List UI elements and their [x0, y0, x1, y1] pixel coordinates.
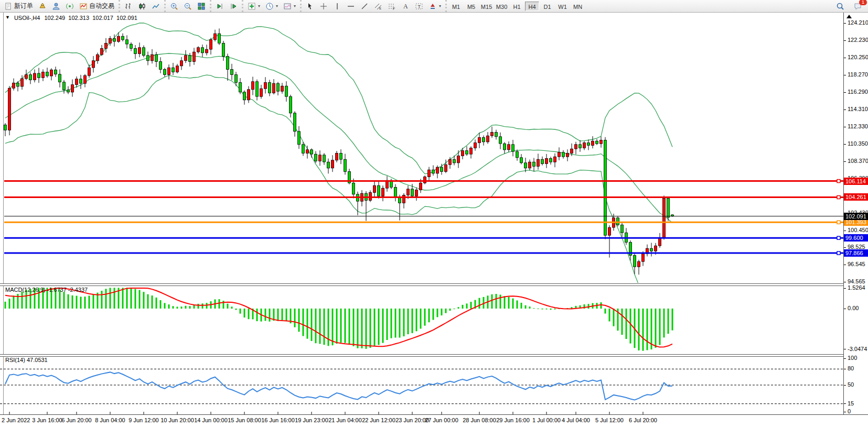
- text-button[interactable]: A: [399, 1, 412, 12]
- price-axis-label: 122.230: [848, 37, 868, 43]
- new-order-button[interactable]: 新订单: [2, 1, 35, 12]
- axis-tick: [844, 288, 846, 289]
- price-axis[interactable]: 124.210122.230120.250118.270116.290114.3…: [843, 13, 868, 414]
- hline-handle[interactable]: [837, 251, 840, 255]
- channel-button[interactable]: E: [372, 1, 384, 12]
- rsi-panel-splitter[interactable]: [0, 354, 868, 357]
- zoom-in-button[interactable]: [168, 1, 180, 12]
- time-axis-label: 22 Jun 12:00: [362, 417, 395, 423]
- time-axis-label: 28 Jun 08:00: [463, 417, 496, 423]
- rsi-axis-label: 100: [848, 355, 857, 361]
- high-value: 102.313: [68, 15, 89, 21]
- bar-chart-button[interactable]: [122, 1, 135, 12]
- axis-tick: [844, 92, 846, 93]
- timeframe-d1-button[interactable]: D1: [540, 2, 554, 11]
- tile-windows-button[interactable]: [195, 1, 208, 12]
- rsi-plot: [0, 369, 843, 403]
- macd-panel-splitter[interactable]: [0, 283, 868, 286]
- macd-axis-label: 0.00: [848, 305, 859, 312]
- axis-tick: [844, 403, 846, 404]
- arrows-button[interactable]: ▾: [426, 1, 443, 12]
- fibonacci-button[interactable]: F: [385, 1, 398, 12]
- insert-group: ▾▾▾: [242, 0, 300, 12]
- timeframe-m15-button[interactable]: M15: [479, 2, 494, 11]
- timeframe-m1-button[interactable]: M1: [449, 2, 463, 11]
- chart-title: ▼ USOil-,H4 102.249 102.313 102.017 102.…: [5, 15, 137, 21]
- horizontal-line-button[interactable]: [345, 1, 357, 12]
- chart-shift-button[interactable]: [227, 1, 240, 12]
- axis-tick: [844, 75, 846, 75]
- price-tag-102.091: 102.091: [844, 213, 868, 220]
- price-axis-label: 120.250: [848, 54, 868, 61]
- trade-group: 新订单自动交易: [0, 0, 119, 12]
- toolbar-right: 1: [833, 0, 865, 12]
- axis-tick: [844, 109, 846, 110]
- time-axis-label: 23 Jun 20:00: [395, 417, 429, 423]
- signals-button[interactable]: [63, 1, 76, 12]
- search-button[interactable]: [834, 1, 846, 12]
- price-tag-106.114: 106.114: [844, 178, 868, 185]
- rsi-axis-label: 15: [848, 400, 854, 407]
- price-axis-label: 118.270: [848, 71, 868, 78]
- price-axis-label: 100.450: [848, 227, 868, 234]
- time-axis-label: 16 Jun 16:00: [261, 417, 295, 423]
- axis-tick: [844, 349, 846, 349]
- axis-tick: [844, 369, 846, 369]
- axis-tick: [844, 231, 846, 231]
- periods-button[interactable]: ▾: [263, 1, 280, 12]
- hline-handle[interactable]: [837, 196, 840, 199]
- axis-tick: [844, 127, 846, 127]
- candlestick-button[interactable]: [136, 1, 148, 12]
- axis-tick: [844, 385, 846, 386]
- indicators-button[interactable]: ▾: [245, 1, 262, 12]
- auto-scroll-button[interactable]: [213, 1, 226, 12]
- macd-indicator-label: MACD(12,26,9) -1.6737 -2.4337: [5, 287, 88, 293]
- axis-tick: [844, 58, 846, 58]
- trendline-button[interactable]: [358, 1, 371, 12]
- price-tag-104.261: 104.261: [844, 193, 868, 201]
- hline-handle[interactable]: [837, 236, 840, 239]
- hline-handle[interactable]: [837, 221, 840, 224]
- line-chart-button[interactable]: [149, 1, 162, 12]
- draw-group: EFAT▾: [300, 0, 445, 12]
- axis-tick: [844, 282, 846, 282]
- price-axis-label: 110.350: [848, 140, 868, 147]
- timeframe-mn-button[interactable]: MN: [571, 2, 585, 11]
- templates-button[interactable]: ▾: [281, 1, 298, 12]
- community-button[interactable]: [50, 1, 62, 12]
- timeframe-h1-button[interactable]: H1: [510, 2, 524, 11]
- axis-tick: [844, 247, 846, 248]
- scroll-marker-icon: [846, 15, 852, 18]
- timeframe-m30-button[interactable]: M30: [495, 2, 509, 11]
- symbol-period-label: USOil-,H4: [14, 15, 40, 21]
- vertical-line-button[interactable]: [331, 1, 344, 12]
- gold-button[interactable]: [36, 1, 49, 12]
- price-tag-99.600: 99.600: [844, 234, 868, 242]
- macd-axis-label: 1.5264: [848, 284, 865, 291]
- ohlc-toggle-icon[interactable]: ▼: [5, 15, 10, 21]
- rsi-axis-label: 80: [848, 365, 854, 372]
- price-axis-label: 96.545: [848, 261, 865, 268]
- zoom-group: [164, 0, 210, 12]
- timeframe-group: M1M5M15M30H1H4D1W1MN: [445, 0, 587, 12]
- rsi-axis-label: 50: [848, 381, 854, 388]
- timeframe-h4-button[interactable]: H4: [525, 2, 539, 11]
- time-axis-label: 14 Jun 00:00: [194, 417, 228, 423]
- cursor-button[interactable]: [304, 1, 316, 12]
- timeframe-m5-button[interactable]: M5: [464, 2, 478, 11]
- axis-tick: [844, 144, 846, 145]
- hline-handle[interactable]: [837, 180, 840, 183]
- crosshair-button[interactable]: [317, 1, 330, 12]
- autotrade-button[interactable]: 自动交易: [77, 1, 116, 12]
- svg-text:A: A: [403, 3, 408, 10]
- rsi-indicator-label: RSI(14) 47.0531: [5, 357, 48, 363]
- time-axis-label: 6 Jun 20:00: [61, 417, 92, 423]
- mt4-window: 新订单自动交易▾▾▾EFAT▾M1M5M15M30H1H4D1W1MN1 ▼ U…: [0, 0, 868, 428]
- label-button[interactable]: T: [413, 1, 425, 12]
- axis-tick: [844, 40, 846, 41]
- toolbar: 新订单自动交易▾▾▾EFAT▾M1M5M15M30H1H4D1W1MN1: [0, 0, 868, 13]
- time-axis[interactable]: 2 Jun 20223 Jun 16:006 Jun 20:008 Jun 04…: [0, 414, 868, 426]
- chat-button[interactable]: 1: [852, 1, 864, 12]
- timeframe-w1-button[interactable]: W1: [555, 2, 570, 11]
- zoom-out-button[interactable]: [181, 1, 194, 12]
